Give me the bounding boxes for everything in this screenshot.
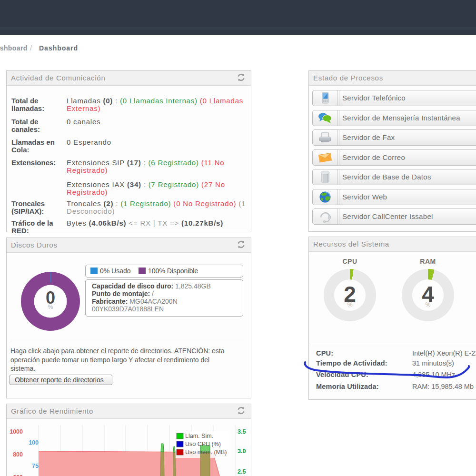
svg-text:Uso mem. (MB): Uso mem. (MB)	[185, 449, 227, 456]
svg-text:100: 100	[29, 439, 39, 446]
svg-text:75: 75	[32, 463, 39, 469]
svg-text:Llam. Sim.: Llam. Sim.	[185, 433, 213, 439]
svg-text:3.5: 3.5	[238, 428, 246, 435]
svg-text:600: 600	[13, 474, 23, 476]
svg-text:2.5: 2.5	[238, 468, 246, 475]
svg-text:Uso CPU (%): Uso CPU (%)	[185, 441, 221, 447]
svg-text:800: 800	[13, 451, 23, 458]
svg-text:3.0: 3.0	[238, 448, 246, 455]
svg-text:1000: 1000	[10, 428, 23, 435]
